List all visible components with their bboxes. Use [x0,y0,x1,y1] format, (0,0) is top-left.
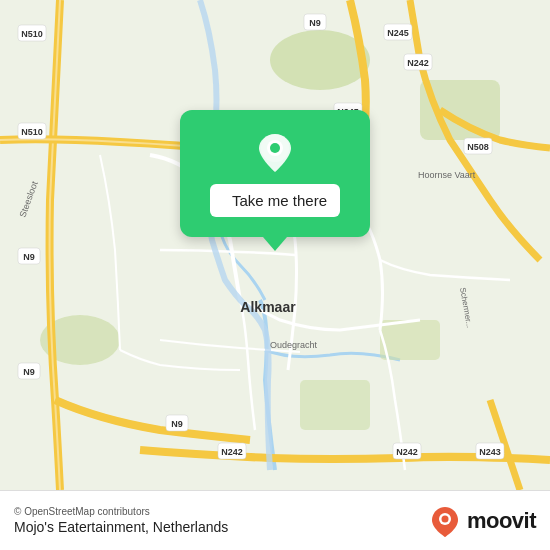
svg-rect-4 [300,380,370,430]
svg-text:N9: N9 [23,367,35,377]
moovit-brand-label: moovit [467,508,536,534]
map-container: N510 N510 N9 N9 N9 N9 N245 N245 N242 N24… [0,0,550,490]
svg-point-41 [441,515,448,522]
svg-text:N9: N9 [171,419,183,429]
svg-text:N243: N243 [479,447,501,457]
svg-text:N242: N242 [407,58,429,68]
green-card: Take me there [180,110,370,237]
svg-text:N510: N510 [21,29,43,39]
svg-text:Oudegracht: Oudegracht [270,340,318,350]
popup-container: Take me there [180,110,370,251]
svg-text:N508: N508 [467,142,489,152]
svg-text:N242: N242 [221,447,243,457]
moovit-pin-icon [429,505,461,537]
svg-text:N510: N510 [21,127,43,137]
location-name: Mojo's Eatertainment, Netherlands [14,519,228,535]
moovit-logo: moovit [429,505,536,537]
svg-text:N242: N242 [396,447,418,457]
location-pin-icon [253,130,297,174]
svg-text:N245: N245 [387,28,409,38]
svg-text:N9: N9 [309,18,321,28]
footer-left: © OpenStreetMap contributors Mojo's Eate… [14,506,228,535]
svg-point-39 [270,143,280,153]
svg-text:Alkmaar: Alkmaar [240,299,296,315]
osm-credit: © OpenStreetMap contributors [14,506,228,517]
svg-text:Hoornse Vaart: Hoornse Vaart [418,170,476,180]
take-me-there-button[interactable]: Take me there [210,184,340,217]
popup-triangle [263,237,287,251]
svg-text:N9: N9 [23,252,35,262]
footer: © OpenStreetMap contributors Mojo's Eate… [0,490,550,550]
svg-rect-5 [380,320,440,360]
